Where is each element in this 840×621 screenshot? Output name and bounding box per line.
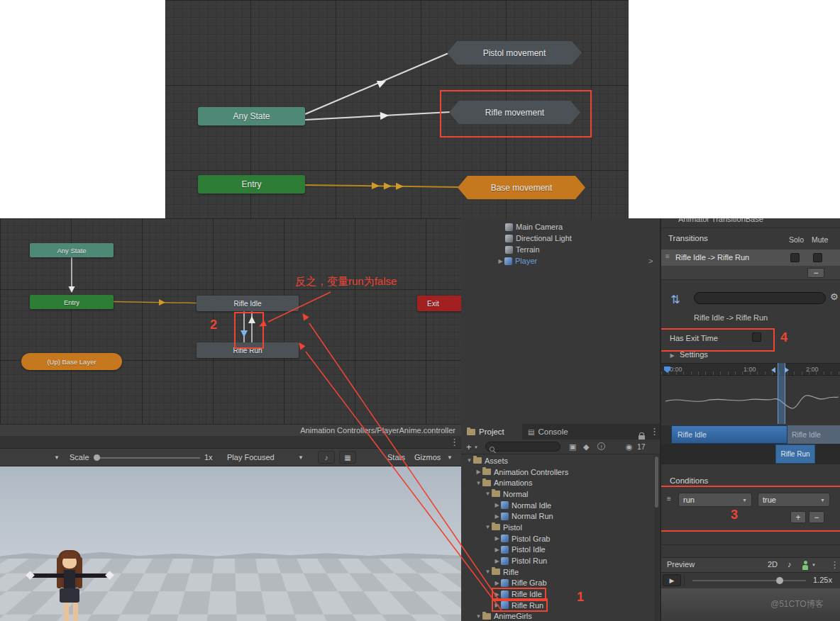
preview-play-button[interactable]: ▶	[663, 574, 681, 586]
state-node-entry[interactable]: Entry	[198, 175, 305, 194]
tree-item-normal-idle[interactable]: ▶Normal Idle	[461, 500, 654, 511]
state-node-rifle-movement[interactable]: Rifle movement	[449, 101, 580, 124]
avatar-chevron-icon[interactable]: ▼	[812, 563, 816, 567]
foldout-icon[interactable]: ▶	[493, 547, 501, 553]
foldout-icon[interactable]: ▶	[497, 258, 504, 264]
aspect-dropdown-icon[interactable]: ▼	[54, 454, 60, 461]
mute-audio-button[interactable]: ♪	[318, 451, 335, 464]
gizmos-dropdown[interactable]: Gizmos	[414, 453, 441, 461]
favorites-icon[interactable]: ◆	[583, 442, 589, 452]
scrollbar-thumb[interactable]	[655, 457, 658, 508]
chevron-right-icon[interactable]: >	[648, 257, 653, 265]
hierarchy-item-player[interactable]: ▶Player	[461, 255, 660, 267]
preview-speed-slider-track[interactable]	[692, 580, 806, 581]
foldout-icon[interactable]: ▶	[493, 535, 501, 542]
tree-item-rifle-grab[interactable]: ▶Rifle Grab	[461, 578, 654, 589]
tree-item-animation-controllers[interactable]: ▶Animation Controllers	[461, 466, 654, 478]
condition-value-dropdown[interactable]: true ▼	[758, 493, 830, 507]
hierarchy-item-main-camera[interactable]: Main Camera	[461, 221, 660, 233]
play-focused-dropdown[interactable]: Play Focused	[227, 453, 275, 461]
game-view[interactable]	[0, 466, 461, 621]
settings-foldout-label[interactable]: Settings	[680, 350, 708, 359]
clip-bar-rifle-run[interactable]: Rifle Run	[775, 444, 815, 464]
tree-item-pistol-idle[interactable]: ▶Pistol Idle	[461, 544, 654, 556]
preview-2d-button[interactable]: 2D	[768, 560, 778, 569]
tab-project[interactable]: Project	[461, 424, 522, 440]
foldout-icon[interactable]: ▼	[484, 491, 492, 497]
drag-handle-icon[interactable]: ≡	[667, 495, 671, 503]
foldout-icon[interactable]: ▼	[484, 524, 492, 530]
foldout-icon[interactable]: ▶	[493, 502, 501, 508]
drag-handle-icon[interactable]: ≡	[665, 252, 670, 260]
create-asset-button[interactable]: +	[466, 442, 472, 452]
mute-checkbox[interactable]	[813, 253, 822, 262]
eye-icon[interactable]: ◉	[626, 442, 633, 452]
state-node-rifle-run[interactable]: Rifle Run	[197, 342, 299, 358]
remove-condition-button[interactable]: −	[809, 511, 824, 523]
tab-console[interactable]: ▤ Console	[522, 424, 583, 440]
tree-item-assets[interactable]: ▼Assets	[461, 455, 654, 466]
tree-item-normal[interactable]: ▼Normal	[461, 488, 654, 500]
preview-menu-icon[interactable]: ⋮	[830, 559, 839, 570]
transition-region-band[interactable]	[778, 363, 785, 424]
settings-foldout-icon[interactable]: ▶	[668, 352, 676, 359]
preview-speed-slider-knob[interactable]	[776, 577, 783, 584]
panel-menu-icon[interactable]: ⋮	[650, 426, 659, 437]
foldout-icon[interactable]: ▶	[475, 469, 482, 475]
hierarchy-item-terrain[interactable]: Terrain	[461, 244, 660, 255]
condition-parameter-dropdown[interactable]: run ▼	[678, 493, 752, 507]
play-focused-chevron-icon[interactable]: ▼	[298, 454, 304, 461]
stats-button[interactable]: Stats	[387, 453, 405, 461]
warning-icon[interactable]: !	[597, 442, 605, 450]
vsync-button[interactable]: ▦	[339, 451, 356, 464]
foldout-icon[interactable]: ▼	[465, 457, 473, 464]
tree-item-pistol[interactable]: ▼Pistol	[461, 522, 654, 533]
tree-item-animegirls[interactable]: ▼AnimeGirls	[461, 611, 654, 621]
project-search-input[interactable]	[485, 442, 560, 452]
clip-bar-rifle-idle[interactable]: Rifle Idle	[671, 425, 788, 444]
timeline-ruler[interactable]: 0:00 1:00 2:00	[661, 363, 840, 376]
scale-slider-knob[interactable]	[94, 454, 100, 461]
state-node-rifle-idle[interactable]: Rifle Idle	[197, 296, 299, 311]
state-node-exit[interactable]: Exit	[417, 296, 461, 311]
foldout-icon[interactable]: ▶	[493, 591, 501, 598]
state-node-entry-mid[interactable]: Entry	[30, 295, 114, 309]
state-node-any-state-mid[interactable]: Any State	[30, 243, 114, 257]
clip-bar-rifle-idle-next[interactable]: Rifle Idle	[788, 425, 840, 444]
transition-start-handle[interactable]	[771, 367, 775, 373]
state-node-pistol-movement[interactable]: Pistol movement	[447, 41, 582, 65]
foldout-icon[interactable]: ▼	[475, 480, 482, 486]
foldout-icon[interactable]: ▶	[493, 602, 501, 608]
gear-icon[interactable]: ⚙	[830, 291, 839, 302]
tree-item-pistol-grab[interactable]: ▶Pistol Grab	[461, 533, 654, 544]
scale-slider-track[interactable]	[97, 457, 200, 459]
layout-icon[interactable]: ▣	[569, 442, 576, 452]
preview-viewport[interactable]: @51CTO博客	[661, 588, 840, 621]
tree-item-rifle[interactable]: ▼Rifle	[461, 566, 654, 578]
state-node-base-movement[interactable]: Base movement	[458, 176, 585, 199]
state-node-any-state[interactable]: Any State	[198, 107, 305, 125]
gizmos-chevron-icon[interactable]: ▼	[447, 454, 453, 461]
tree-item-pistol-run[interactable]: ▶Pistol Run	[461, 555, 654, 566]
tree-item-normal-run[interactable]: ▶Normal Run	[461, 510, 654, 522]
solo-checkbox[interactable]	[790, 253, 800, 262]
add-condition-button[interactable]: +	[790, 511, 806, 523]
transition-list-footer: −	[661, 266, 840, 280]
transition-list-item[interactable]: ≡ Rifle Idle -> Rifle Run	[661, 250, 840, 266]
foldout-icon[interactable]: ▶	[493, 558, 501, 564]
audio-icon[interactable]: ♪	[788, 560, 792, 569]
transition-name-field[interactable]	[694, 292, 826, 304]
tree-item-animations[interactable]: ▼Animations	[461, 477, 654, 488]
has-exit-time-checkbox[interactable]	[752, 332, 761, 342]
tree-item-rifle-run[interactable]: ▶Rifle Run	[461, 600, 654, 611]
state-node-base-layer[interactable]: (Up) Base Layer	[21, 353, 122, 370]
tree-item-rifle-idle[interactable]: ▶Rifle Idle	[461, 588, 654, 600]
foldout-icon[interactable]: ▶	[493, 580, 501, 586]
foldout-icon[interactable]: ▼	[475, 613, 482, 620]
foldout-icon[interactable]: ▼	[484, 569, 492, 575]
foldout-icon[interactable]: ▶	[493, 513, 501, 520]
remove-transition-button[interactable]: −	[807, 268, 824, 278]
hierarchy-item-directional-light[interactable]: Directional Light	[461, 233, 660, 244]
avatar-preview-icon[interactable]	[802, 561, 809, 570]
window-menu-icon[interactable]: ⋮	[450, 437, 459, 447]
